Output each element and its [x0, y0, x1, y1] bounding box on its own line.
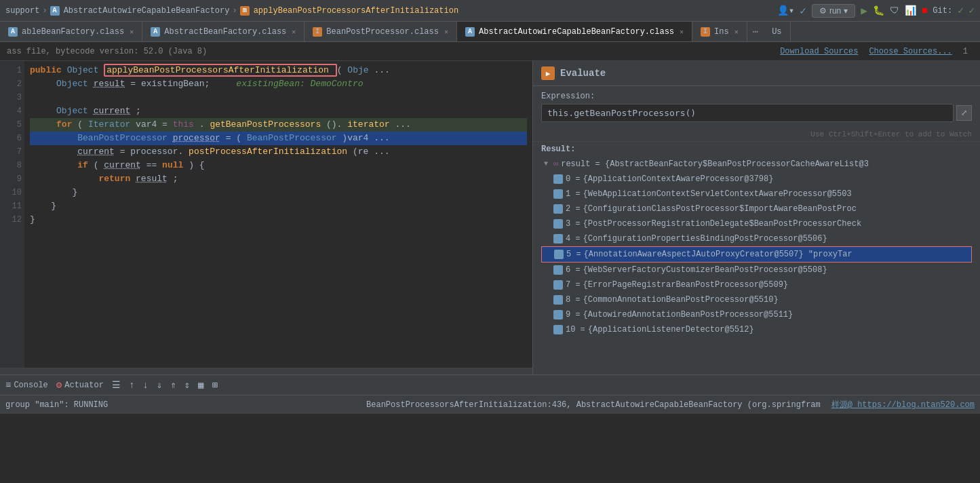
row-0-icon	[553, 174, 563, 184]
toolbar-up2-icon[interactable]: ⇑	[170, 379, 176, 391]
bottom-toolbar: ≡ Console ⚙ Actuator ☰ ↑ ↓ ⇓ ⇑ ⇕ ▦ ⊞	[0, 374, 980, 395]
result-label: Result:	[541, 144, 972, 154]
status-bar: group "main": RUNNING BeanPostProcessors…	[0, 395, 980, 414]
result-row-9[interactable]: › 9 = {AutowiredAnnotationBeanPostProces…	[541, 307, 972, 322]
row-4-icon	[553, 234, 563, 244]
result-row-1[interactable]: › 1 = {WebApplicationContextServletConte…	[541, 187, 972, 201]
breadcrumb-factory[interactable]: AbstractAutowireCapableBeanFactory	[64, 6, 230, 16]
horizontal-scrollbar[interactable]	[0, 368, 532, 374]
evaluate-icon: ▶	[541, 66, 555, 80]
row-7-icon	[553, 280, 563, 290]
tab-4[interactable]: I Ins ✕	[692, 22, 747, 42]
code-content[interactable]: public Object applyBeanPostProcessorsAft…	[24, 61, 532, 368]
var-result: result	[94, 79, 125, 89]
tab-2-icon: I	[313, 27, 322, 37]
profile-icon[interactable]: 📊	[905, 5, 916, 16]
result-row-7[interactable]: › 7 = {ErrorPageRegistrarBeanPostProcess…	[541, 277, 972, 292]
run-button[interactable]: ⚙ run ▾	[812, 4, 855, 18]
checkmark-icon[interactable]: ✓	[800, 4, 806, 18]
row-2-arrow: ›	[544, 201, 553, 216]
result-section: Result: ▼ ∞ result = {AbstractBeanFactor…	[533, 141, 980, 374]
row-8-key: 8 =	[566, 292, 581, 307]
tabs-overflow[interactable]: ⋯	[747, 26, 764, 37]
result-row-10[interactable]: › 10 = {ApplicationListenerDetector@5512…	[541, 322, 972, 337]
toolbar-down2-icon[interactable]: ⇓	[157, 379, 162, 391]
result-row-3[interactable]: › 3 = {PostProcessorRegistrationDelegate…	[541, 216, 972, 231]
result-row-0[interactable]: › 0 = {ApplicationContextAwareProcessor@…	[541, 172, 972, 187]
code-line-11: }	[30, 199, 527, 213]
grid-icon: ▦	[198, 379, 203, 391]
expand-button[interactable]: ⤢	[956, 105, 972, 121]
result-row-6[interactable]: › 6 = {WebServerFactoryCustomizerBeanPos…	[541, 263, 972, 277]
tab-0[interactable]: A ableBeanFactory.class ✕	[0, 22, 142, 42]
row-5-icon	[554, 250, 564, 259]
result-row-2[interactable]: › 2 = {ConfigurationClassPostProcessor$I…	[541, 201, 972, 216]
tab-1-close[interactable]: ✕	[292, 28, 296, 36]
actuator-icon: ⚙	[56, 379, 62, 391]
type-object-2: Object	[56, 79, 88, 89]
toolbar-grid-icon[interactable]: ▦	[198, 379, 203, 391]
row-1-arrow: ›	[544, 187, 553, 201]
row-4-arrow: ›	[544, 231, 553, 246]
kw-public: public	[30, 65, 62, 75]
tab-1-icon: A	[151, 27, 160, 37]
type-object-3: Object	[56, 106, 88, 116]
debug-icon[interactable]: 🐛	[873, 5, 884, 16]
play-icon[interactable]: ▶	[861, 4, 867, 18]
toolbar-swap-icon[interactable]: ⇕	[184, 379, 190, 391]
code-line-1: public Object applyBeanPostProcessorsAft…	[30, 64, 527, 77]
toolbar-down-icon[interactable]: ↓	[142, 380, 148, 391]
toolbar-list-icon[interactable]: ☰	[112, 379, 121, 391]
row-0-val: {ApplicationContextAwareProcessor@3798}	[583, 172, 774, 187]
line-numbers: 1 2 3 4 5 6 7 8 9 10 11 12	[0, 61, 24, 368]
expression-input-area: ⤢	[541, 104, 972, 122]
result-row-8[interactable]: › 8 = {CommonAnnotationBeanPostProcessor…	[541, 292, 972, 307]
tabs-bar: A ableBeanFactory.class ✕ A AbstractBean…	[0, 22, 980, 42]
tab-5[interactable]: Us	[764, 22, 790, 42]
toolbar-console[interactable]: ≡ Console	[5, 380, 48, 391]
info-bar-actions: Download Sources Choose Sources... 1	[780, 47, 973, 56]
tab-3-icon: A	[465, 27, 475, 37]
code-line-6: BeanPostProcessor processor = ( BeanPost…	[30, 132, 527, 145]
row-3-icon	[553, 219, 563, 229]
row-0-key: 0 =	[566, 172, 581, 187]
tab-1-label: AbstractBeanFactory.class	[164, 27, 286, 37]
result-root-label: result = {AbstractBeanFactory$BeanPostPr…	[561, 157, 869, 172]
code-line-4: Object current ;	[30, 104, 527, 118]
breadcrumb-support: support	[5, 6, 39, 16]
method-name-highlight: applyBeanPostProcessorsAfterInitializati…	[104, 64, 336, 77]
tab-4-close[interactable]: ✕	[734, 28, 739, 36]
tab-3[interactable]: A AbstractAutowireCapableBeanFactory.cla…	[457, 22, 692, 42]
choose-sources-link[interactable]: Choose Sources...	[869, 47, 952, 56]
result-root-row[interactable]: ▼ ∞ result = {AbstractBeanFactory$BeanPo…	[541, 157, 972, 172]
toolbar-actuator[interactable]: ⚙ Actuator	[56, 379, 104, 391]
row-5-arrow: ›	[545, 247, 554, 262]
coverage-icon[interactable]: 🛡	[890, 5, 899, 16]
tab-2[interactable]: I BeanPostProcessor.class ✕	[305, 22, 457, 42]
git-check2: ✓	[969, 5, 975, 16]
breadcrumb-method[interactable]: applyBeanPostProcessorsAfterInitializati…	[254, 6, 458, 16]
toolbar-up-icon[interactable]: ↑	[129, 380, 134, 391]
result-row-5[interactable]: › 5 = {AnnotationAwareAspectJAutoProxyCr…	[541, 246, 972, 263]
table-icon: ⊞	[212, 379, 217, 391]
tab-3-close[interactable]: ✕	[680, 28, 684, 36]
arrow-down-icon: ↓	[142, 380, 148, 391]
result-row-4[interactable]: › 4 = {ConfigurationPropertiesBindingPos…	[541, 231, 972, 246]
tab-0-close[interactable]: ✕	[130, 28, 134, 36]
download-sources-link[interactable]: Download Sources	[780, 47, 858, 56]
toolbar-table-icon[interactable]: ⊞	[212, 379, 217, 391]
hint-text: Use Ctrl+Shift+Enter to add to Watch	[533, 128, 980, 141]
stop-icon[interactable]: ■	[922, 5, 927, 16]
expression-label: Expression:	[541, 92, 972, 101]
list-icon: ☰	[112, 379, 121, 391]
arrow-down2-icon: ⇓	[157, 379, 162, 391]
tab-1[interactable]: A AbstractBeanFactory.class ✕	[142, 22, 305, 42]
row-7-arrow: ›	[544, 277, 553, 292]
expression-input[interactable]	[541, 104, 954, 122]
row-9-val: {AutowiredAnnotationBeanPostProcessor@55…	[583, 307, 793, 322]
status-link[interactable]: 样源@ https://blog.ntan520.com	[831, 399, 975, 410]
type-object: Object	[67, 65, 99, 75]
tab-2-close[interactable]: ✕	[444, 28, 448, 36]
user-icon[interactable]: 👤▾	[777, 5, 794, 16]
top-bar: support › A AbstractAutowireCapableBeanF…	[0, 0, 980, 22]
